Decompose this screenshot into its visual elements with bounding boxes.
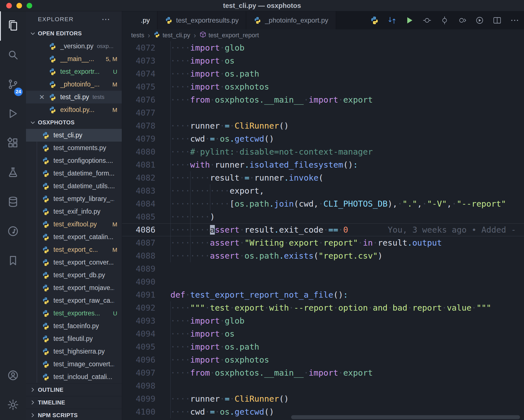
line-number[interactable]: 4100 xyxy=(122,405,155,418)
line-number[interactable]: 4077 xyxy=(122,106,155,119)
line-number[interactable]: 4079 xyxy=(122,132,155,145)
code-line[interactable]: 4084············[os.path.join(cwd,·CLI_P… xyxy=(122,197,524,210)
line-number[interactable]: 4078 xyxy=(122,119,155,132)
code-line[interactable]: 4087········assert·"Writing·export·repor… xyxy=(122,236,524,249)
line-number[interactable]: 4091 xyxy=(122,288,155,301)
music-extension-activity-button[interactable] xyxy=(0,217,26,246)
code-line[interactable]: 4091def·test_export_report_not_a_file(): xyxy=(122,288,524,301)
line-number[interactable]: 4085 xyxy=(122,210,155,223)
zoom-window-button[interactable] xyxy=(27,3,32,8)
file-tree-item[interactable]: test_faceinfo.py xyxy=(26,320,122,332)
file-tree-item[interactable]: test_exiftool.py M xyxy=(26,218,122,231)
file-tree-item[interactable]: test_cli.py xyxy=(26,129,122,142)
run-cell-icon[interactable] xyxy=(422,16,432,25)
file-tree-item[interactable]: test_datetime_utils.... xyxy=(26,180,122,192)
run-debug-activity-button[interactable] xyxy=(0,99,26,129)
file-tree-item[interactable]: test_export_c... M xyxy=(26,243,122,256)
code-line[interactable]: 4081····with·runner.isolated_filesystem(… xyxy=(122,158,524,171)
line-number[interactable]: 4073 xyxy=(122,54,155,67)
open-changes-icon[interactable] xyxy=(387,16,397,25)
line-number[interactable]: 4094 xyxy=(122,327,155,340)
explorer-more-actions-icon[interactable]: ⋯ xyxy=(102,15,111,23)
editor-tab[interactable]: test_exportresults.py xyxy=(157,11,246,29)
file-tree-item[interactable]: test_highsierra.py xyxy=(26,345,122,358)
split-editor-button[interactable] xyxy=(492,16,502,25)
code-line[interactable]: 4074····import·os.path xyxy=(122,67,524,80)
code-line[interactable]: 4089 xyxy=(122,262,524,275)
file-tree-item[interactable]: test_empty_library_... xyxy=(26,192,122,205)
line-number[interactable]: 4080 xyxy=(122,145,155,158)
code-line[interactable]: 4096····import·osxphotos xyxy=(122,353,524,366)
line-number[interactable]: 4095 xyxy=(122,340,155,353)
editor-tab[interactable]: .py xyxy=(122,11,157,29)
file-tree-item[interactable]: test_export_raw_ca... xyxy=(26,294,122,307)
code-line[interactable]: 4077 xyxy=(122,106,524,119)
bookmarks-activity-button[interactable] xyxy=(0,246,26,276)
minimize-window-button[interactable] xyxy=(16,3,22,8)
line-number[interactable]: 4082 xyxy=(122,171,155,184)
code-line[interactable]: 4094····import·os xyxy=(122,327,524,340)
code-line[interactable]: 4092····"""·test·export·with·--report·op… xyxy=(122,301,524,314)
file-tree-item[interactable]: test_incloud_catali... xyxy=(26,371,122,383)
code-line[interactable]: 4072····import·glob xyxy=(122,41,524,54)
code-line[interactable]: 4097····from·osxphotos.__main__·import·e… xyxy=(122,366,524,379)
line-number[interactable]: 4097 xyxy=(122,366,155,379)
line-number[interactable]: 4083 xyxy=(122,184,155,197)
run-above-icon[interactable] xyxy=(440,16,449,25)
open-editor-item[interactable]: ✕ __main__... 5, M xyxy=(26,53,122,65)
code-line[interactable]: 4088········assert·os.path.exists("repor… xyxy=(122,249,524,262)
osxphotos-section-header[interactable]: OSXPHOTOS xyxy=(26,116,122,129)
code-line[interactable]: 4099····runner·=·CliRunner() xyxy=(122,392,524,405)
database-activity-button[interactable] xyxy=(0,188,26,217)
line-number[interactable]: 4093 xyxy=(122,314,155,327)
code-line[interactable]: 4083············export, xyxy=(122,184,524,197)
code-line[interactable]: 4073····import·os xyxy=(122,54,524,67)
source-control-activity-button[interactable]: 24 xyxy=(0,70,26,99)
line-number[interactable]: 4086 xyxy=(122,223,155,236)
open-editor-item[interactable]: ✕ test_cli.py tests xyxy=(26,91,122,103)
breadcrumb-folder[interactable]: tests xyxy=(131,32,144,39)
extensions-activity-button[interactable] xyxy=(0,129,26,158)
collapsed-section-header[interactable]: NPM SCRIPTS xyxy=(26,409,122,420)
code-line[interactable]: 4079····cwd·=·os.getcwd() xyxy=(122,132,524,145)
file-tree-item[interactable]: test_exportres... U xyxy=(26,307,122,320)
explorer-activity-button[interactable] xyxy=(0,11,26,41)
settings-button[interactable] xyxy=(0,391,26,420)
file-tree-item[interactable]: test_datetime_form... xyxy=(26,167,122,180)
line-number[interactable]: 4096 xyxy=(122,353,155,366)
more-actions-button[interactable] xyxy=(510,16,519,25)
code-line[interactable]: 4098 xyxy=(122,379,524,392)
open-editors-section-header[interactable]: OPEN EDITORS xyxy=(26,27,122,40)
code-line[interactable]: 4093····import·glob xyxy=(122,314,524,327)
file-tree-item[interactable]: test_configoptions.... xyxy=(26,154,122,167)
collapsed-section-header[interactable]: TIMELINE xyxy=(26,396,122,409)
open-editor-item[interactable]: ✕ exiftool.py... M xyxy=(26,103,122,116)
open-editor-item[interactable]: ✕ _version.py osxp... xyxy=(26,40,122,53)
line-number[interactable]: 4076 xyxy=(122,93,155,106)
close-window-button[interactable] xyxy=(6,3,12,8)
line-number[interactable]: 4090 xyxy=(122,275,155,288)
horizontal-scrollbar[interactable] xyxy=(291,415,520,419)
close-editor-icon[interactable]: ✕ xyxy=(39,93,49,101)
code-line[interactable]: 4076····from·osxphotos.__main__·import·e… xyxy=(122,93,524,106)
line-number[interactable]: 4092 xyxy=(122,301,155,314)
line-number[interactable]: 4081 xyxy=(122,158,155,171)
code-line[interactable]: 4095····import·os.path xyxy=(122,340,524,353)
code-line[interactable]: 4090 xyxy=(122,275,524,288)
file-tree-item[interactable]: test_fileutil.py xyxy=(26,332,122,345)
line-number[interactable]: 4088 xyxy=(122,249,155,262)
code-editor[interactable]: 4072····import·glob4073····import·os4074… xyxy=(122,41,524,420)
file-tree-item[interactable]: test_export_mojave... xyxy=(26,282,122,294)
code-line[interactable]: 4078····runner·=·CliRunner() xyxy=(122,119,524,132)
breadcrumb-file[interactable]: test_cli.py xyxy=(153,31,190,40)
code-line[interactable]: 4082········result·=·runner.invoke( xyxy=(122,171,524,184)
collapsed-section-header[interactable]: OUTLINE xyxy=(26,383,122,396)
line-number[interactable]: 4099 xyxy=(122,392,155,405)
line-number[interactable]: 4087 xyxy=(122,236,155,249)
python-interpreter-icon[interactable] xyxy=(370,16,379,25)
code-line[interactable]: 4086········assert·result.exit_code·==·0… xyxy=(122,223,524,236)
run-file-button[interactable] xyxy=(405,16,414,25)
code-line[interactable]: 4085········) xyxy=(122,210,524,223)
code-line[interactable]: 4075····import·osxphotos xyxy=(122,80,524,93)
testing-activity-button[interactable] xyxy=(0,158,26,188)
